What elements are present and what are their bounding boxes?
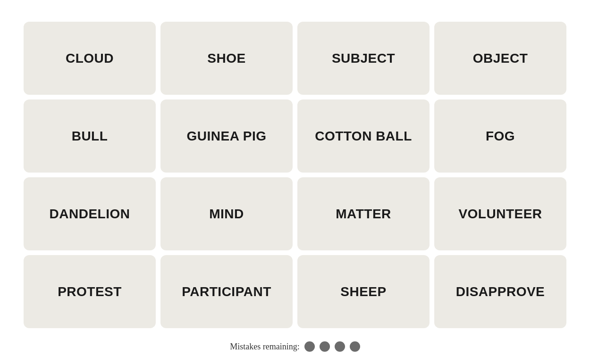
word-label-fog: FOG bbox=[486, 129, 515, 144]
word-label-mind: MIND bbox=[209, 207, 244, 222]
word-label-subject: SUBJECT bbox=[332, 51, 395, 66]
word-card-cotton-ball[interactable]: COTTON BALL bbox=[297, 99, 430, 173]
word-label-bull: BULL bbox=[72, 129, 108, 144]
mistakes-label: Mistakes remaining: bbox=[230, 342, 299, 352]
word-label-guinea-pig: GUINEA PIG bbox=[187, 129, 267, 144]
word-label-participant: PARTICIPANT bbox=[182, 284, 271, 299]
word-label-dandelion: DANDELION bbox=[50, 207, 130, 222]
word-card-dandelion[interactable]: DANDELION bbox=[24, 177, 156, 250]
word-card-guinea-pig[interactable]: GUINEA PIG bbox=[160, 99, 293, 173]
word-label-cotton-ball: COTTON BALL bbox=[315, 129, 412, 144]
word-label-volunteer: VOLUNTEER bbox=[458, 207, 542, 222]
mistakes-row: Mistakes remaining: bbox=[230, 341, 360, 352]
word-card-cloud[interactable]: CLOUD bbox=[24, 22, 156, 95]
word-card-participant[interactable]: PARTICIPANT bbox=[160, 255, 293, 328]
mistake-dot-2 bbox=[320, 341, 330, 352]
word-label-sheep: SHEEP bbox=[340, 284, 386, 299]
word-card-subject[interactable]: SUBJECT bbox=[297, 22, 430, 95]
mistake-dot-4 bbox=[350, 341, 360, 352]
word-card-shoe[interactable]: SHOE bbox=[160, 22, 293, 95]
word-card-bull[interactable]: BULL bbox=[24, 99, 156, 173]
word-card-matter[interactable]: MATTER bbox=[297, 177, 430, 250]
word-card-mind[interactable]: MIND bbox=[160, 177, 293, 250]
word-label-cloud: CLOUD bbox=[66, 51, 114, 66]
word-card-fog[interactable]: FOG bbox=[434, 99, 566, 173]
word-grid: CLOUDSHOESUBJECTOBJECTBULLGUINEA PIGCOTT… bbox=[14, 12, 576, 338]
word-label-shoe: SHOE bbox=[207, 51, 245, 66]
word-card-disapprove[interactable]: DISAPPROVE bbox=[434, 255, 566, 328]
word-label-protest: PROTEST bbox=[58, 284, 122, 299]
mistake-dot-3 bbox=[335, 341, 345, 352]
mistake-dot-1 bbox=[304, 341, 315, 352]
word-card-object[interactable]: OBJECT bbox=[434, 22, 566, 95]
word-card-volunteer[interactable]: VOLUNTEER bbox=[434, 177, 566, 250]
word-label-matter: MATTER bbox=[336, 207, 391, 222]
word-card-sheep[interactable]: SHEEP bbox=[297, 255, 430, 328]
word-card-protest[interactable]: PROTEST bbox=[24, 255, 156, 328]
word-label-disapprove: DISAPPROVE bbox=[456, 284, 545, 299]
word-label-object: OBJECT bbox=[473, 51, 528, 66]
